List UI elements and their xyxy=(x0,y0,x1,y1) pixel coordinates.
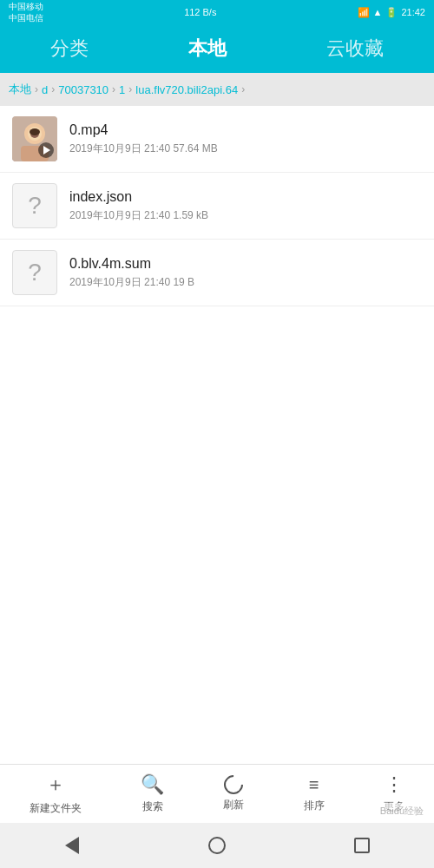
wifi-icon: 📶 xyxy=(358,7,370,18)
network-speed: 112 B/s xyxy=(184,7,216,17)
file-name: 0.blv.4m.sum xyxy=(69,256,422,272)
breadcrumb-sep3: › xyxy=(112,83,115,95)
breadcrumb-folder1[interactable]: 70037310 xyxy=(58,83,108,96)
back-icon xyxy=(65,837,79,854)
sort-label: 排序 xyxy=(304,799,325,813)
search-label: 搜索 xyxy=(142,799,163,814)
nav-recents-button[interactable] xyxy=(345,828,379,863)
tab-bar: 分类 本地 云收藏 xyxy=(0,24,434,73)
tab-yunshoucan[interactable]: 云收藏 xyxy=(309,29,401,69)
video-preview-image xyxy=(12,116,57,161)
battery-icon: 🔋 xyxy=(385,7,398,18)
file-thumbnail-video xyxy=(12,116,57,161)
search-button[interactable]: 🔍 搜索 xyxy=(132,768,173,819)
breadcrumb-sep1: › xyxy=(35,83,38,95)
home-icon xyxy=(208,837,226,854)
nav-bar xyxy=(0,823,434,868)
generic-file-icon: ? xyxy=(28,259,42,286)
file-thumbnail-generic: ? xyxy=(12,250,57,295)
breadcrumb-d[interactable]: d xyxy=(42,83,48,96)
file-meta: 2019年10月9日 21:40 19 B xyxy=(69,275,422,290)
breadcrumb-sep5: › xyxy=(241,83,245,95)
file-meta: 2019年10月9日 21:40 1.59 kB xyxy=(69,208,422,223)
file-thumbnail-generic: ? xyxy=(12,183,57,228)
tab-fenlei[interactable]: 分类 xyxy=(33,29,106,69)
breadcrumb-folder2[interactable]: 1 xyxy=(119,83,125,96)
list-item[interactable]: ? index.json 2019年10月9日 21:40 1.59 kB xyxy=(0,173,434,240)
play-overlay xyxy=(38,142,54,158)
carrier2: 中国电信 xyxy=(9,12,43,23)
tab-bendi[interactable]: 本地 xyxy=(171,29,244,69)
sort-icon: ≡ xyxy=(309,775,319,795)
plus-icon: ＋ xyxy=(46,772,65,798)
nav-back-button[interactable] xyxy=(55,828,89,863)
play-icon xyxy=(43,146,50,155)
new-folder-button[interactable]: ＋ 新建文件夹 xyxy=(21,766,90,821)
file-name: 0.mp4 xyxy=(69,122,422,138)
file-name: index.json xyxy=(69,189,422,205)
watermark: Baidu经验 xyxy=(377,803,427,819)
file-list: 0.mp4 2019年10月9日 21:40 57.64 MB ? index.… xyxy=(0,106,434,764)
recents-icon xyxy=(354,838,370,853)
refresh-button[interactable]: 刷新 xyxy=(214,770,253,818)
bottom-toolbar: ＋ 新建文件夹 🔍 搜索 刷新 ≡ 排序 ⋮ 更多 xyxy=(0,764,434,823)
nav-home-button[interactable] xyxy=(200,828,234,863)
file-info: 0.blv.4m.sum 2019年10月9日 21:40 19 B xyxy=(69,256,422,290)
carrier1: 中国移动 xyxy=(9,1,43,12)
search-icon: 🔍 xyxy=(141,773,164,796)
list-item[interactable]: ? 0.blv.4m.sum 2019年10月9日 21:40 19 B xyxy=(0,240,434,306)
breadcrumb-sep2: › xyxy=(51,83,55,95)
refresh-label: 刷新 xyxy=(223,798,244,812)
new-folder-label: 新建文件夹 xyxy=(30,801,82,816)
breadcrumb-home[interactable]: 本地 xyxy=(9,82,31,97)
sort-button[interactable]: ≡ 排序 xyxy=(295,770,333,819)
signal-icon: ▲ xyxy=(373,7,383,17)
carrier-info: 中国移动 中国电信 xyxy=(9,1,43,23)
file-info: index.json 2019年10月9日 21:40 1.59 kB xyxy=(69,189,422,223)
breadcrumb-sep4: › xyxy=(128,83,132,95)
file-info: 0.mp4 2019年10月9日 21:40 57.64 MB xyxy=(69,122,422,156)
status-icons: 📶 ▲ 🔋 21:42 xyxy=(358,7,425,18)
list-item[interactable]: 0.mp4 2019年10月9日 21:40 57.64 MB xyxy=(0,106,434,173)
breadcrumb-folder3[interactable]: lua.flv720.bili2api.64 xyxy=(135,83,238,96)
generic-file-icon: ? xyxy=(28,192,42,220)
svg-point-5 xyxy=(30,128,40,135)
time-display: 21:42 xyxy=(401,7,425,17)
more-icon: ⋮ xyxy=(385,773,404,796)
refresh-icon xyxy=(220,771,247,798)
file-meta: 2019年10月9日 21:40 57.64 MB xyxy=(69,141,422,156)
breadcrumb: 本地 › d › 70037310 › 1 › lua.flv720.bili2… xyxy=(0,73,434,106)
status-bar: 中国移动 中国电信 112 B/s 📶 ▲ 🔋 21:42 xyxy=(0,0,434,24)
